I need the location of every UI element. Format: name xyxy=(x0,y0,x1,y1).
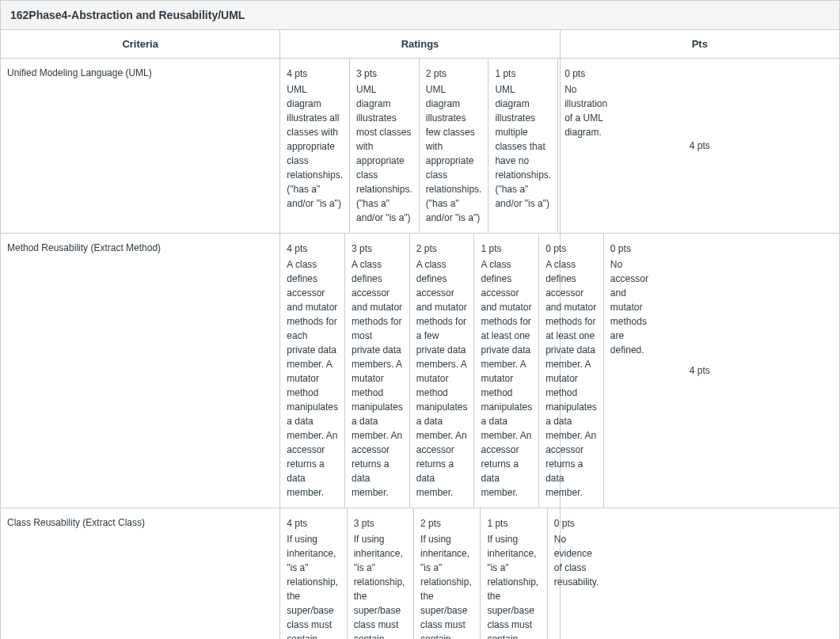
rating-points: 3 pts xyxy=(352,242,403,256)
criterion-row: Method Reusability (Extract Method) 4 pt… xyxy=(1,234,840,508)
rating-points: 0 pts xyxy=(564,67,607,81)
rating-points: 0 pts xyxy=(554,516,599,531)
rating-points: 2 pts xyxy=(420,516,473,531)
rating-desc: If using inheritance, "is a" relationshi… xyxy=(420,534,473,639)
rating-desc: A class defines accessor and mutator met… xyxy=(416,259,468,498)
rating-cell: 1 pts UML diagram illustrates multiple c… xyxy=(488,59,558,233)
rating-points: 4 pts xyxy=(287,242,338,256)
rating-cell: 0 pts No accessor and mutator methods ar… xyxy=(604,234,655,508)
rating-desc: UML diagram illustrates multiple classes… xyxy=(495,84,551,209)
rating-points: 4 pts xyxy=(287,67,343,81)
rating-cell: 4 pts A class defines accessor and mutat… xyxy=(280,234,345,508)
rating-cell: 2 pts UML diagram illustrates few classe… xyxy=(420,59,489,233)
rating-points: 1 pts xyxy=(487,516,540,531)
rating-desc: A class defines accessor and mutator met… xyxy=(545,259,597,498)
rating-points: 0 pts xyxy=(545,242,597,256)
rating-points: 1 pts xyxy=(481,242,532,256)
rating-cell: 1 pts A class defines accessor and mutat… xyxy=(474,234,539,508)
rating-cell: 3 pts A class defines accessor and mutat… xyxy=(345,234,410,508)
header-ratings: Ratings xyxy=(280,30,560,59)
rating-cell: 1 pts If using inheritance, "is a" relat… xyxy=(481,508,547,639)
criterion-name: Method Reusability (Extract Method) xyxy=(1,234,280,508)
criterion-row: Class Reusability (Extract Class) 4 pts … xyxy=(1,508,840,640)
rating-desc: UML diagram illustrates few classes with… xyxy=(426,84,482,223)
rating-desc: No accessor and mutator methods are defi… xyxy=(610,259,648,356)
rating-points: 2 pts xyxy=(416,242,468,256)
rating-cell: 4 pts If using inheritance, "is a" relat… xyxy=(280,508,347,639)
rating-desc: If using inheritance, "is a" relationshi… xyxy=(354,534,407,639)
header-pts: Pts xyxy=(560,30,839,59)
rating-desc: A class defines accessor and mutator met… xyxy=(352,259,403,498)
rating-points: 2 pts xyxy=(426,67,482,81)
rating-desc: If using inheritance, "is a" relationshi… xyxy=(487,534,540,639)
rating-desc: No illustration of a UML diagram. xyxy=(564,84,607,138)
rating-desc: If using inheritance, "is a" relationshi… xyxy=(287,534,340,639)
rating-cell: 4 pts UML diagram illustrates all classe… xyxy=(280,59,350,233)
rating-desc: A class defines accessor and mutator met… xyxy=(481,259,532,498)
rating-cell: 0 pts No illustration of a UML diagram. xyxy=(558,59,614,233)
ratings-cell: 4 pts A class defines accessor and mutat… xyxy=(280,234,560,508)
rating-points: 3 pts xyxy=(356,67,412,81)
rating-desc: UML diagram illustrates most classes wit… xyxy=(356,84,412,223)
rubric-title: 162Phase4-Abstraction and Reusability/UM… xyxy=(1,1,840,30)
rating-points: 3 pts xyxy=(354,516,407,531)
rating-cell: 3 pts UML diagram illustrates most class… xyxy=(350,59,420,233)
rating-points: 0 pts xyxy=(610,242,648,256)
rating-cell: 3 pts If using inheritance, "is a" relat… xyxy=(348,508,414,639)
rating-cell: 0 pts A class defines accessor and mutat… xyxy=(539,234,604,508)
rating-cell: 0 pts No evidence of class reusability. xyxy=(548,508,605,639)
ratings-cell: 4 pts If using inheritance, "is a" relat… xyxy=(280,508,560,640)
criterion-name: Unified Modeling Language (UML) xyxy=(1,59,280,234)
ratings-cell: 4 pts UML diagram illustrates all classe… xyxy=(280,59,560,234)
rubric-table: 162Phase4-Abstraction and Reusability/UM… xyxy=(0,0,840,639)
rating-points: 1 pts xyxy=(495,67,551,81)
rating-desc: No evidence of class reusability. xyxy=(554,534,599,588)
criterion-name: Class Reusability (Extract Class) xyxy=(1,508,280,640)
rating-cell: 2 pts If using inheritance, "is a" relat… xyxy=(414,508,481,639)
header-criteria: Criteria xyxy=(1,30,280,59)
rating-points: 4 pts xyxy=(287,516,340,531)
rating-cell: 2 pts A class defines accessor and mutat… xyxy=(410,234,475,508)
criterion-row: Unified Modeling Language (UML) 4 pts UM… xyxy=(1,59,840,234)
rating-desc: A class defines accessor and mutator met… xyxy=(287,259,338,498)
rating-desc: UML diagram illustrates all classes with… xyxy=(287,84,343,209)
